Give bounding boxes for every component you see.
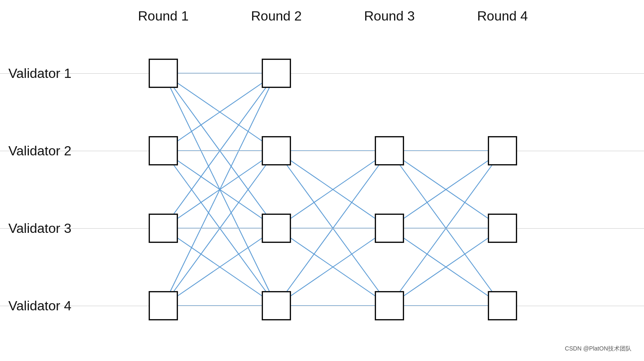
connection-line-30 [389, 228, 502, 306]
node-r2-v2 [262, 136, 291, 165]
horizontal-line-1 [0, 73, 644, 74]
connection-line-4 [163, 73, 276, 151]
connection-line-28 [389, 151, 502, 228]
connection-line-17 [276, 151, 389, 228]
horizontal-line-4 [0, 306, 644, 306]
node-r2-v4 [262, 291, 291, 320]
connection-line-21 [276, 228, 389, 306]
diagram-container: Round 1Round 2Round 3Round 4 Validator 1… [0, 0, 644, 361]
round-label-3: Round 3 [364, 8, 415, 24]
watermark: CSDN @PlatON技术团队 [565, 345, 631, 353]
validator-label-2: Validator 2 [8, 143, 72, 159]
connection-line-11 [163, 228, 276, 306]
node-r4-v2 [488, 136, 517, 165]
node-r3-v2 [375, 136, 404, 165]
validator-label-4: Validator 4 [8, 298, 72, 314]
node-r3-v4 [375, 291, 404, 320]
connection-line-3 [163, 73, 276, 306]
connection-line-6 [163, 151, 276, 228]
connections-svg [0, 0, 644, 361]
node-r1-v2 [149, 136, 178, 165]
node-r4-v3 [488, 214, 517, 243]
node-r1-v3 [149, 214, 178, 243]
connection-line-1 [163, 73, 276, 151]
round-label-1: Round 1 [138, 8, 189, 24]
connection-line-12 [163, 73, 276, 306]
connection-line-14 [163, 228, 276, 306]
node-r4-v4 [488, 291, 517, 320]
node-r2-v1 [262, 59, 291, 88]
node-r2-v3 [262, 214, 291, 243]
validator-label-3: Validator 3 [8, 221, 72, 236]
horizontal-line-2 [0, 151, 644, 151]
node-r3-v3 [375, 214, 404, 243]
validator-label-1: Validator 1 [8, 66, 72, 81]
horizontal-line-3 [0, 228, 644, 229]
connection-line-23 [276, 228, 389, 306]
round-label-2: Round 2 [251, 8, 302, 24]
connection-line-26 [389, 151, 502, 228]
node-r1-v4 [149, 291, 178, 320]
node-r1-v1 [149, 59, 178, 88]
connection-line-19 [276, 151, 389, 228]
connection-line-9 [163, 151, 276, 228]
connection-line-32 [389, 228, 502, 306]
round-label-4: Round 4 [477, 8, 528, 24]
